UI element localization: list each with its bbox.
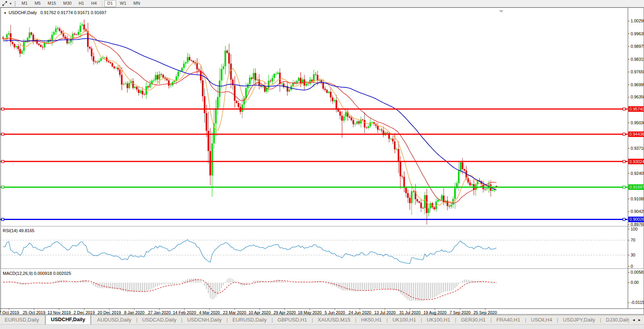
timeframe-button-group: M1M5M15M30H1H4D1W1MN — [18, 0, 144, 7]
svg-text:10 Apr 2020: 10 Apr 2020 — [249, 310, 271, 315]
timeframe-button-d1[interactable]: D1 — [104, 0, 116, 7]
svg-text:0.97655: 0.97655 — [631, 69, 644, 74]
chart-window: 1.002950.996350.989750.983150.976550.969… — [0, 7, 644, 315]
tab-uk100-h1[interactable]: UK100,H1 — [422, 316, 455, 324]
svg-text:19 Aug 2020: 19 Aug 2020 — [424, 310, 447, 315]
tab-scroll-arrows: ◄ ► — [629, 318, 644, 322]
tab-hk50-h1[interactable]: HK50,H1 — [357, 316, 387, 324]
svg-text:100: 100 — [631, 227, 638, 231]
svg-text:7 Oct 2019: 7 Oct 2019 — [0, 310, 19, 315]
tab-fra40-h1[interactable]: FRA40,H1 — [492, 316, 525, 324]
svg-text:25 Sep 2020: 25 Sep 2020 — [473, 310, 497, 315]
svg-text:0.89765: 0.89765 — [631, 222, 644, 227]
tab-scroll-left-icon[interactable]: ◄ — [632, 318, 635, 322]
tab-eurusd-daily[interactable]: EURUSD,Daily — [228, 316, 271, 324]
chart-canvas[interactable]: 1.002950.996350.989750.983150.976550.969… — [0, 7, 644, 315]
chart-title: ▼USDCHF,Daily0.91762 0.91774 0.91671 0.9… — [4, 10, 106, 15]
chart-tab-bar: EURUSD,Daily|USDCHF,Daily|AUDUSD,Daily|U… — [0, 315, 644, 324]
timeframe-button-m1[interactable]: M1 — [18, 0, 31, 7]
svg-text:5 Jun 2020: 5 Jun 2020 — [325, 310, 345, 315]
tab-ger30-h1[interactable]: GER30,H1 — [456, 316, 490, 324]
timeframe-button-h4[interactable]: H4 — [88, 0, 100, 7]
svg-text:4 Mar 2020: 4 Mar 2020 — [199, 310, 220, 315]
crosshair-tool-icon[interactable] — [1, 1, 8, 7]
svg-text:0.91697: 0.91697 — [629, 185, 644, 189]
tab-usoil-h4[interactable]: USOil,H4 — [526, 316, 557, 324]
tab-usdcad-daily[interactable]: USDCAD,Daily — [137, 316, 181, 324]
tab-scroll-right-icon[interactable]: ► — [638, 318, 641, 322]
svg-text:0.005818: 0.005818 — [631, 270, 644, 274]
svg-text:0.95030: 0.95030 — [631, 120, 644, 125]
svg-text:0.90425: 0.90425 — [631, 209, 644, 214]
svg-text:0.92405: 0.92405 — [631, 171, 644, 176]
svg-text:0.95740: 0.95740 — [629, 107, 644, 111]
svg-text:20 Dec 2019: 20 Dec 2019 — [98, 310, 121, 315]
toolbar-separator — [102, 1, 102, 7]
svg-text:0.96350: 0.96350 — [631, 95, 644, 99]
tab-usdcnh-daily[interactable]: USDCNH,Daily — [182, 316, 226, 324]
chart-symbol-period: USDCHF,Daily — [9, 10, 37, 15]
svg-text:13 Nov 2019: 13 Nov 2019 — [47, 310, 71, 315]
chart-ohlc-values: 0.91762 0.91774 0.91671 0.91697 — [40, 10, 106, 15]
macd-indicator-label: MACD(12,26,9) 0.000918 0.002025 — [3, 271, 71, 276]
svg-text:23 Mar 2020: 23 Mar 2020 — [223, 310, 246, 315]
svg-text:24 Jun 2020: 24 Jun 2020 — [349, 310, 371, 315]
svg-text:29 Apr 2020: 29 Apr 2020 — [274, 310, 296, 315]
tab-dj30-daily[interactable]: DJ30,Daily — [601, 316, 629, 324]
tab-uk100-h1[interactable]: UK100,H1 — [388, 316, 421, 324]
timeframe-button-mn[interactable]: MN — [130, 0, 143, 7]
svg-text:27 Jan 2020: 27 Jan 2020 — [148, 310, 171, 315]
toolbar: ▼ M1M5M15M30H1H4D1W1MN — [0, 0, 644, 7]
tab-xauusd-m15[interactable]: XAUUSD,M15 — [313, 316, 355, 324]
chart-tabs: EURUSD,Daily|USDCHF,Daily|AUDUSD,Daily|U… — [0, 315, 629, 325]
timeframe-button-w1[interactable]: W1 — [117, 0, 130, 7]
svg-text:31 Jul 2020: 31 Jul 2020 — [399, 310, 420, 315]
svg-text:25 Oct 2019: 25 Oct 2019 — [23, 310, 45, 315]
svg-text:13 Jul 2020: 13 Jul 2020 — [374, 310, 395, 315]
svg-text:0: 0 — [631, 264, 633, 269]
tab-usdjpy-daily[interactable]: USDJPY,Daily — [558, 316, 600, 324]
svg-text:30: 30 — [631, 253, 635, 257]
chart-dropdown-icon: ▼ — [4, 11, 7, 15]
status-bar — [0, 324, 644, 329]
svg-text:0.98975: 0.98975 — [631, 44, 644, 49]
svg-text:0.91085: 0.91085 — [631, 196, 644, 201]
tab-usdchf-daily[interactable]: USDCHF,Daily — [45, 315, 91, 325]
svg-text:0.00: 0.00 — [631, 280, 639, 285]
timeframe-button-m5[interactable]: M5 — [31, 0, 44, 7]
svg-text:2 Dec 2019: 2 Dec 2019 — [74, 310, 95, 315]
svg-text:1.00295: 1.00295 — [631, 18, 644, 23]
svg-text:0.93024: 0.93024 — [629, 159, 644, 164]
timeframe-button-m30[interactable]: M30 — [60, 0, 75, 7]
tab-gbpusd-h1[interactable]: GBPUSD,H1 — [273, 316, 312, 324]
tab-eurusd-daily[interactable]: EURUSD,Daily — [0, 316, 44, 324]
svg-text:14 Feb 2020: 14 Feb 2020 — [173, 310, 196, 315]
svg-text:18 May 2020: 18 May 2020 — [298, 310, 322, 315]
svg-text:0.99635: 0.99635 — [631, 31, 644, 36]
toolbar-grip[interactable] — [15, 1, 16, 6]
svg-text:70: 70 — [631, 238, 635, 242]
tab-audusd-daily[interactable]: AUDUSD,Daily — [93, 316, 136, 324]
svg-text:0.94436: 0.94436 — [629, 132, 644, 136]
tool-dropdown-caret-icon[interactable]: ▼ — [8, 2, 13, 5]
mt4-window: ▼ M1M5M15M30H1H4D1W1MN 1.002950.996350.9… — [0, 0, 644, 329]
svg-text:0.93710: 0.93710 — [631, 146, 644, 151]
timeframe-button-h1[interactable]: H1 — [75, 0, 87, 7]
svg-text:0.90026: 0.90026 — [629, 217, 644, 222]
timeframe-button-m15[interactable]: M15 — [45, 0, 59, 7]
svg-text:7 Sep 2020: 7 Sep 2020 — [449, 310, 471, 315]
svg-text:0.98315: 0.98315 — [631, 57, 644, 62]
svg-text:-0.011514: -0.011514 — [631, 300, 644, 305]
svg-text:0.96995: 0.96995 — [631, 82, 644, 87]
svg-text:8 Jan 2020: 8 Jan 2020 — [124, 310, 144, 315]
rsi-indicator-label: RSI(14) 49.8165 — [3, 228, 35, 233]
